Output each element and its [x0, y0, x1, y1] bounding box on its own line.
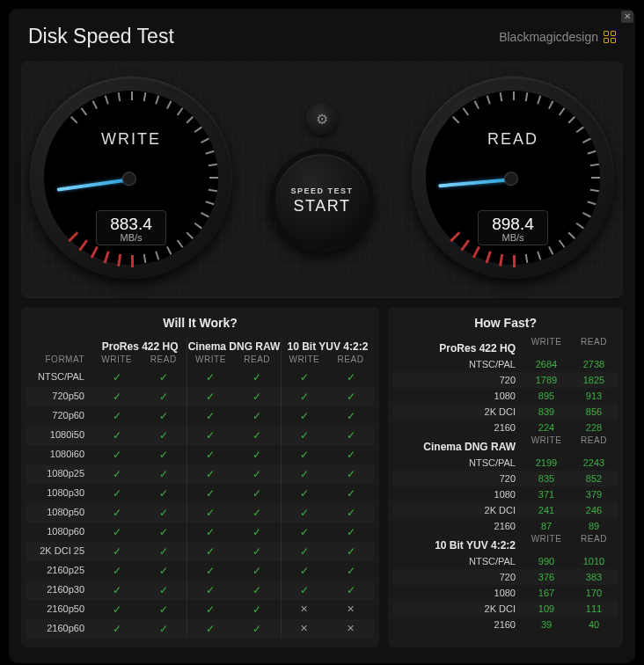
check-icon: ✓ — [281, 581, 327, 600]
write-fps-value: 224 — [523, 420, 570, 435]
how-fast-panel: How Fast? ProRes 422 HQWRITEREADNTSC/PAL… — [388, 307, 623, 647]
start-button[interactable]: SPEED TEST START — [270, 149, 374, 252]
sub-header: READ — [570, 435, 618, 455]
read-fps-value: 1825 — [570, 372, 618, 388]
check-icon: ✓ — [140, 445, 187, 464]
check-icon: ✓ — [187, 368, 233, 387]
gauges-panel: WRITE 883.4 MB/s ⚙ SPEED TEST START — [21, 61, 623, 298]
check-icon: ✓ — [187, 561, 233, 581]
check-icon: ✓ — [234, 426, 281, 445]
check-icon: ✓ — [93, 426, 140, 445]
read-fps-value: 383 — [570, 569, 618, 585]
check-icon: ✓ — [327, 581, 374, 600]
resolution-label: 1080 — [393, 486, 523, 502]
check-icon: ✓ — [187, 484, 233, 503]
check-icon: ✓ — [187, 600, 233, 619]
codec-group-header: 10 Bit YUV 4:2:2 — [281, 337, 374, 354]
sub-header: READ — [327, 354, 374, 368]
write-value: 883.4 — [97, 215, 165, 234]
write-fps-value: 990 — [523, 553, 570, 569]
read-fps-value: 1010 — [570, 553, 618, 569]
check-icon: ✓ — [140, 619, 187, 639]
check-icon: ✓ — [140, 406, 187, 426]
codec-section-header: Cinema DNG RAW — [393, 435, 523, 455]
check-icon: ✓ — [93, 561, 140, 581]
check-icon: ✓ — [234, 503, 281, 522]
check-icon: ✓ — [234, 464, 281, 484]
check-icon: ✓ — [281, 561, 327, 581]
check-icon: ✓ — [140, 522, 187, 542]
write-fps-value: 39 — [523, 617, 570, 632]
read-fps-value: 913 — [570, 388, 618, 404]
will-it-work-title: Will It Work? — [26, 316, 374, 330]
check-icon: ✓ — [327, 464, 374, 484]
check-icon: ✓ — [140, 368, 187, 387]
resolution-label: 2160 — [393, 420, 523, 435]
resolution-label: 2K DCI — [393, 601, 523, 617]
app-title: Disk Speed Test — [28, 25, 174, 48]
write-fps-value: 371 — [523, 486, 570, 502]
check-icon: ✓ — [93, 484, 140, 503]
format-label: 1080i60 — [26, 445, 93, 464]
check-icon: ✓ — [327, 406, 374, 426]
resolution-label: 2160 — [393, 617, 523, 632]
resolution-label: 720 — [393, 471, 523, 486]
write-fps-value: 839 — [523, 404, 570, 420]
check-icon: ✓ — [327, 445, 374, 464]
write-fps-value: 835 — [523, 471, 570, 486]
check-icon: ✓ — [234, 561, 281, 581]
codec-section-header: ProRes 422 HQ — [393, 337, 523, 356]
check-icon: ✓ — [187, 445, 233, 464]
read-fps-value: 170 — [570, 585, 618, 601]
read-gauge: READ 898.4 MB/s — [412, 77, 614, 279]
check-icon: ✓ — [281, 406, 327, 426]
check-icon: ✓ — [93, 522, 140, 542]
check-icon: ✓ — [327, 542, 374, 561]
read-needle — [438, 178, 513, 187]
check-icon: ✓ — [187, 522, 233, 542]
resolution-label: 2K DCI — [393, 502, 523, 518]
close-icon[interactable]: ✕ — [621, 11, 633, 23]
codec-section-header: 10 Bit YUV 4:2:2 — [393, 534, 523, 553]
read-fps-value: 856 — [570, 404, 618, 420]
gear-icon: ⚙ — [316, 111, 328, 128]
check-icon: ✓ — [93, 406, 140, 426]
write-needle — [57, 178, 132, 192]
codec-group-header: Cinema DNG RAW — [187, 337, 280, 354]
check-icon: ✓ — [187, 581, 233, 600]
check-icon: ✓ — [93, 387, 140, 406]
format-label: 2160p50 — [26, 600, 93, 619]
format-label: NTSC/PAL — [26, 368, 93, 387]
check-icon: ✓ — [187, 503, 233, 522]
format-label: 2160p30 — [26, 581, 93, 600]
resolution-label: 2160 — [393, 518, 523, 534]
check-icon: ✓ — [234, 484, 281, 503]
check-icon: ✓ — [234, 542, 281, 561]
sub-header: WRITE — [523, 534, 570, 553]
read-fps-value: 379 — [570, 486, 618, 502]
check-icon: ✓ — [234, 368, 281, 387]
check-icon: ✓ — [140, 581, 187, 600]
read-readout: 898.4 MB/s — [478, 210, 548, 245]
settings-button[interactable]: ⚙ — [306, 103, 338, 135]
format-label: 1080p50 — [26, 503, 93, 522]
sub-header: READ — [234, 354, 281, 368]
read-fps-value: 246 — [570, 502, 618, 518]
check-icon: ✓ — [140, 387, 187, 406]
write-fps-value: 167 — [523, 585, 570, 601]
check-icon: ✓ — [140, 503, 187, 522]
read-unit: MB/s — [479, 232, 547, 243]
write-gauge-label: WRITE — [44, 130, 218, 149]
check-icon: ✓ — [327, 387, 374, 406]
read-fps-value: 111 — [570, 601, 618, 617]
check-icon: ✓ — [327, 503, 374, 522]
check-icon: ✓ — [281, 484, 327, 503]
write-fps-value: 109 — [523, 601, 570, 617]
write-fps-value: 1789 — [523, 372, 570, 388]
write-fps-value: 2199 — [523, 455, 570, 471]
check-icon: ✓ — [93, 600, 140, 619]
write-fps-value: 376 — [523, 569, 570, 585]
check-icon: ✓ — [93, 445, 140, 464]
read-gauge-label: READ — [426, 130, 600, 149]
check-icon: ✓ — [93, 542, 140, 561]
